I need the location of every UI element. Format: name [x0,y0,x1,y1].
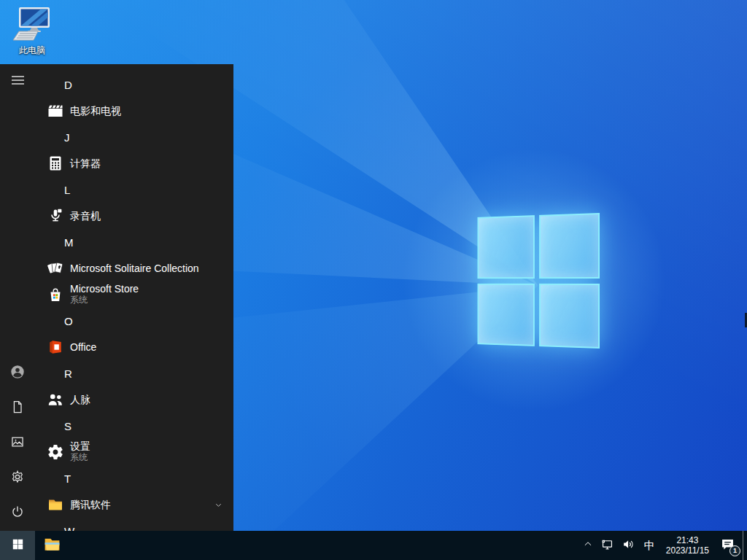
start-menu-app-item[interactable]: 设置系统 [35,439,233,465]
windows-wallpaper-logo [478,213,600,349]
action-center-button[interactable]: 1 [715,531,743,560]
movies-tv-icon [47,102,64,120]
taskbar-clock[interactable]: 21:43 2023/11/15 [660,531,715,560]
pictures-icon [10,435,25,452]
system-tray: 中 21:43 2023/11/15 1 [579,531,747,560]
chevron-up-icon [583,539,593,552]
start-menu-app-item[interactable]: 人脉 [35,386,233,413]
calculator-icon [47,155,64,172]
notification-badge: 1 [729,545,740,556]
file-explorer-icon [43,535,61,556]
section-letter: L [64,184,70,196]
hamburger-menu-icon [12,75,24,88]
section-letter: W [64,525,74,532]
app-item-label: 腾讯软件 [70,499,111,510]
start-button[interactable] [0,531,35,560]
settings-gear-icon [10,470,25,487]
this-pc-icon [12,6,53,44]
app-section-header-L[interactable]: L [35,176,233,203]
section-letter: O [64,315,73,327]
start-menu-app-item[interactable]: Office [35,334,233,360]
app-item-sublabel: 系统 [70,295,139,306]
start-menu-app-item[interactable]: 腾讯软件 [35,491,233,518]
settings-button[interactable] [0,461,35,496]
app-item-label: Microsoft Solitaire Collection [70,263,199,274]
app-item-text: Microsoft Solitaire Collection [70,263,199,274]
chevron-down-icon[interactable] [214,500,223,510]
documents-button[interactable] [0,391,35,426]
solitaire-icon [47,260,64,277]
start-menu-app-list: D电影和电视J计算器L录音机MMicrosoft Solitaire Colle… [35,64,233,531]
app-item-text: 电影和电视 [70,106,121,117]
logo-pane [478,215,535,279]
clock-time: 21:43 [666,535,709,545]
start-menu-app-item[interactable]: 计算器 [35,150,233,176]
desktop-icon-label: 此电脑 [19,44,45,57]
hamburger-menu-button[interactable] [0,64,35,99]
app-item-label: Microsoft Store [70,284,139,295]
network-icon [600,537,614,554]
windows-logo-icon [12,538,24,553]
start-menu-app-item[interactable]: 电影和电视 [35,98,233,124]
section-letter: D [64,79,72,91]
hidden-icons-button[interactable] [579,531,597,560]
section-letter: S [64,420,71,432]
section-letter: R [64,368,72,380]
app-item-text: Office [70,342,96,353]
app-item-label: Office [70,342,96,353]
volume-button[interactable] [618,531,639,560]
pictures-button[interactable] [0,426,35,461]
folder-icon [47,496,64,513]
voice-recorder-icon [47,207,64,225]
app-item-label: 录音机 [70,211,101,222]
app-item-text: 人脉 [70,394,90,405]
screen: 此电脑 [0,0,747,560]
logo-pane [478,283,535,346]
app-item-label: 计算器 [70,158,101,169]
people-icon [47,391,64,408]
app-item-sublabel: 系统 [70,452,90,463]
clock-date: 2023/11/15 [666,545,709,556]
show-desktop-button[interactable] [743,531,747,560]
start-menu-app-item[interactable]: Microsoft Store系统 [35,281,233,308]
start-menu-rail [0,64,35,531]
taskbar: 中 21:43 2023/11/15 1 [0,531,747,560]
user-account-button[interactable] [0,356,35,391]
app-section-header-S[interactable]: S [35,413,233,439]
user-account-icon [9,364,26,383]
start-menu-app-item[interactable]: 录音机 [35,203,233,229]
section-letter: T [64,472,71,485]
app-section-header-T[interactable]: T [35,465,233,491]
power-icon [10,505,25,522]
power-button[interactable] [0,496,35,531]
logo-pane [539,283,600,349]
app-item-text: 录音机 [70,211,101,222]
volume-icon [622,537,635,554]
app-item-label: 电影和电视 [70,106,121,117]
app-item-text: 计算器 [70,158,101,169]
store-icon [47,286,64,303]
file-explorer-button[interactable] [35,531,69,560]
documents-icon [10,400,25,417]
start-menu: D电影和电视J计算器L录音机MMicrosoft Solitaire Colle… [0,64,233,531]
app-section-header-R[interactable]: R [35,360,233,386]
section-letter: J [64,131,70,144]
app-section-header-D[interactable]: D [35,71,233,98]
app-section-header-M[interactable]: M [35,229,233,255]
start-menu-app-item[interactable]: Microsoft Solitaire Collection [35,255,233,281]
app-item-text: Microsoft Store系统 [70,284,139,306]
ime-indicator[interactable]: 中 [639,531,660,560]
app-section-header-J[interactable]: J [35,124,233,150]
office-icon [47,338,64,356]
app-item-label: 设置 [70,441,90,452]
network-button[interactable] [597,531,618,560]
logo-pane [539,213,600,279]
settings-gear-icon [47,443,64,461]
app-section-header-W[interactable]: W [35,518,233,531]
desktop-icon-this-pc[interactable]: 此电脑 [6,6,58,57]
app-item-label: 人脉 [70,394,90,405]
app-section-header-O[interactable]: O [35,308,233,334]
app-item-text: 设置系统 [70,441,90,463]
section-letter: M [64,236,74,249]
app-item-text: 腾讯软件 [70,499,111,510]
